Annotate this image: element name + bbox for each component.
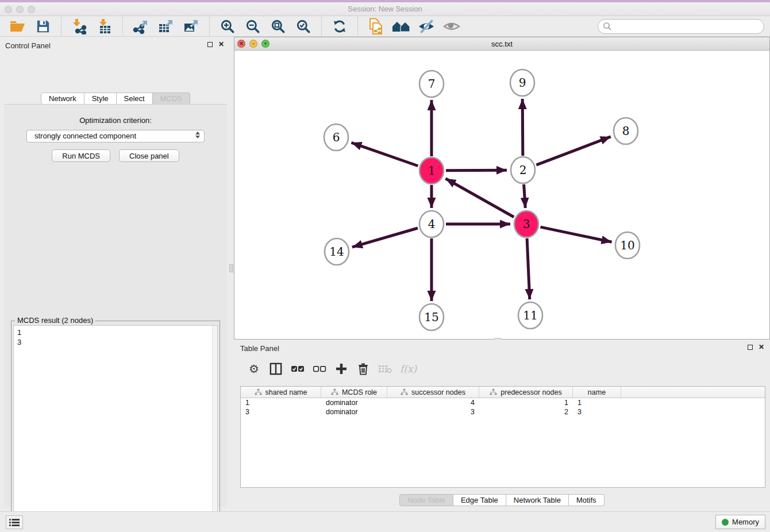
search-input[interactable] [598,19,764,34]
home-icon[interactable] [388,17,414,36]
mcds-result-area[interactable]: 1 3 [13,325,218,532]
graph-node-label-11: 11 [523,309,537,322]
memory-label: Memory [732,518,759,526]
graph-node-label-14: 14 [329,245,344,259]
graph-node-label-6: 6 [333,130,340,144]
search-field-wrap [598,19,764,34]
import-network-icon[interactable] [67,17,92,36]
graph-edge-2-3[interactable] [524,184,526,208]
export-table-icon[interactable] [153,17,179,36]
graph-edge-3-11[interactable] [527,238,530,299]
mcds-result-group: MCDS result (2 nodes) 1 3 [11,321,220,532]
status-bar: Memory [0,511,770,532]
network-canvas[interactable]: 7968124314101511 [234,51,769,339]
network-window-title: scc.txt [234,40,769,48]
graph-edge-1-2[interactable] [446,170,507,171]
refresh-icon[interactable] [327,17,352,36]
show-graphics-details-icon[interactable] [439,17,464,36]
save-session-icon[interactable] [30,17,56,36]
column-header-successor-nodes[interactable]: successor nodes [387,387,479,398]
main-toolbar [0,16,770,37]
zoom-in-icon[interactable] [215,17,240,36]
control-panel: Control Panel ✕ Network Style Select MCD… [0,37,231,511]
close-table-panel-icon[interactable]: ✕ [759,344,764,350]
network-window-titlebar[interactable]: ✕ − + scc.txt [234,37,769,51]
column-header-MCDS-role[interactable]: MCDS role [321,387,387,398]
graph-node-label-10: 10 [620,238,634,252]
tab-motifs[interactable]: Motifs [569,494,605,506]
table-cell: 2 [479,407,573,417]
graph-edge-4-14[interactable] [352,228,418,247]
result-scrollbar[interactable] [212,326,217,532]
task-history-button[interactable] [6,515,23,529]
table-panel-title: Table Panel [240,344,279,353]
graph-edge-3-1[interactable] [445,179,514,217]
optimization-criterion-label: Optimization criterion: [4,116,227,125]
tab-mcds[interactable]: MCDS [153,92,190,105]
table-row[interactable]: 3dominator323 [241,407,765,417]
graph-node-label-9: 9 [519,76,526,90]
graph-edge-2-9[interactable] [522,99,523,156]
deselect-all-columns-icon[interactable] [313,361,326,376]
dropdown-stepper-icon [195,132,200,138]
optimization-criterion-dropdown[interactable]: strongly connected component [26,130,205,142]
tab-node-table[interactable]: Node Table [399,494,453,506]
table-settings-icon[interactable]: ⚙︎ [247,361,261,376]
tab-select[interactable]: Select [117,92,153,105]
table-cell: 1 [241,398,321,407]
export-image-icon[interactable] [179,17,204,36]
network-view-window: ✕ − + scc.txt 7968124314101511 [234,37,770,340]
table-cell: 4 [387,398,479,407]
select-all-columns-icon[interactable] [291,361,305,376]
session-title: Session: New Session [0,5,770,13]
graph-node-label-1: 1 [428,164,436,178]
open-session-icon[interactable] [5,17,30,36]
add-column-icon[interactable] [334,361,348,376]
hide-graphics-details-icon[interactable] [414,17,439,36]
float-panel-icon[interactable] [207,42,213,47]
search-icon [603,22,612,31]
column-header-predecessor-nodes[interactable]: predecessor nodes [479,387,573,398]
mcds-panel: Optimization criterion: strongly connect… [4,104,227,507]
table-tabs: Node Table Edge Table Network Table Moti… [234,494,770,506]
mcds-result-text: 1 3 [14,326,217,349]
memory-button[interactable]: Memory [715,515,765,529]
column-header-name[interactable]: name [573,387,621,398]
float-table-panel-icon[interactable] [748,345,753,350]
table-header-row: shared nameMCDS rolesuccessor nodesprede… [241,387,765,398]
graph-node-label-4: 4 [428,217,436,231]
table-cell: 1 [479,398,573,407]
graph-node-label-15: 15 [424,310,438,324]
graph-node-label-3: 3 [523,217,530,231]
delete-column-icon[interactable] [356,361,370,376]
import-table-icon[interactable] [92,17,117,36]
table-row[interactable]: 1dominator411 [241,398,765,407]
graph-node-label-7: 7 [428,77,436,91]
table-toolbar: ⚙︎ f(x) [240,357,765,380]
function-builder-icon: f(x) [400,361,417,376]
graph-node-label-2: 2 [519,163,527,177]
tab-network-table[interactable]: Network Table [506,494,569,506]
export-network-icon[interactable] [128,17,153,36]
tab-style[interactable]: Style [84,92,117,105]
column-layout-icon[interactable] [269,361,283,376]
tab-network[interactable]: Network [41,92,84,105]
close-panel-button[interactable]: Close panel [119,149,179,162]
zoom-selected-icon[interactable] [291,17,316,36]
node-table[interactable]: shared nameMCDS rolesuccessor nodesprede… [240,386,765,488]
table-cell: 3 [241,407,321,417]
duplicate-network-icon[interactable] [363,17,388,36]
close-panel-icon[interactable]: ✕ [218,41,224,47]
column-header-shared-name[interactable]: shared name [241,387,321,398]
graph-edge-3-10[interactable] [540,227,611,242]
zoom-out-icon[interactable] [240,17,265,36]
graph-edge-1-6[interactable] [351,142,418,166]
application-window: Session: New Session [0,0,770,532]
vertical-splitter-handle[interactable] [229,264,233,272]
graph-edge-2-8[interactable] [536,137,610,165]
run-mcds-button[interactable]: Run MCDS [52,149,110,162]
table-cell: dominator [321,398,387,407]
tab-edge-table[interactable]: Edge Table [453,494,506,506]
zoom-fit-icon[interactable] [265,17,291,36]
table-panel: Table Panel ✕ ⚙︎ [234,340,770,511]
